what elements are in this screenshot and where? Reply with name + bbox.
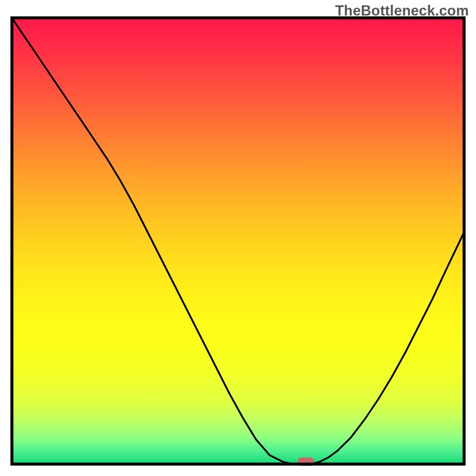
chart-container: TheBottleneck.com — [0, 0, 476, 476]
bottleneck-chart — [0, 0, 476, 476]
plot-background-gradient — [12, 18, 464, 464]
watermark-text: TheBottleneck.com — [335, 2, 469, 19]
